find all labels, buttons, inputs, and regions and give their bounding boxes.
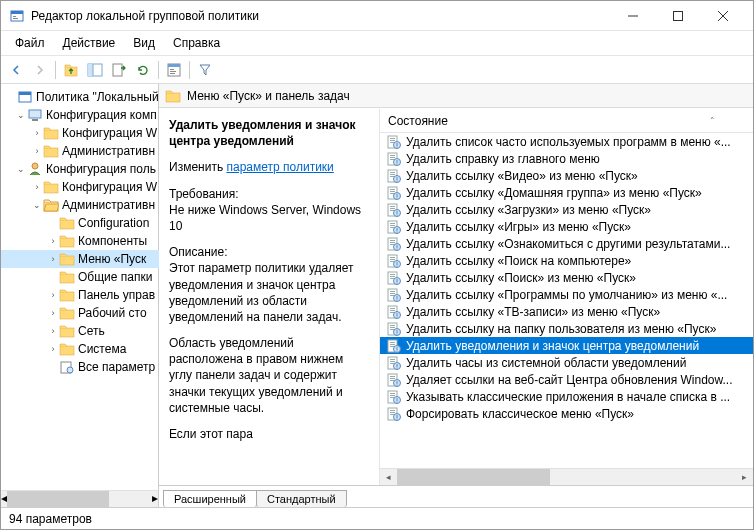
svg-rect-16 <box>170 71 176 72</box>
expand-icon[interactable]: › <box>31 128 43 138</box>
scrollbar-thumb[interactable] <box>397 469 550 486</box>
tree-user-config[interactable]: ⌄Конфигурация поль <box>1 160 159 178</box>
policy-list-item[interactable]: Удалить ссылку «Загрузки» из меню «Пуск» <box>380 201 753 218</box>
tree-configuration[interactable]: Configuration <box>1 214 159 232</box>
tab-extended[interactable]: Расширенный <box>163 490 257 507</box>
policy-list-item[interactable]: Удалить уведомления и значок центра увед… <box>380 337 753 354</box>
tree-uc-admin[interactable]: ⌄Административн <box>1 196 159 214</box>
tree-cc-software[interactable]: ›Конфигурация W <box>1 124 159 142</box>
up-button[interactable] <box>60 59 82 81</box>
policy-list-item[interactable]: Удалить справку из главного меню <box>380 150 753 167</box>
policy-list-item[interactable]: Удалить ссылку «Ознакомиться с другими р… <box>380 235 753 252</box>
refresh-button[interactable] <box>132 59 154 81</box>
expand-icon[interactable]: › <box>47 344 59 354</box>
description-panel: Удалить уведомления и значок центра увед… <box>159 109 379 485</box>
policy-item-label: Удалить уведомления и значок центра увед… <box>406 339 699 353</box>
svg-rect-10 <box>88 64 93 76</box>
app-icon <box>9 8 25 24</box>
policy-list-item[interactable]: Удалить ссылку «Игры» из меню «Пуск» <box>380 218 753 235</box>
expand-icon[interactable]: › <box>47 236 59 246</box>
policy-list-item[interactable]: Удалить ссылку «Поиск на компьютере» <box>380 252 753 269</box>
scroll-right-icon[interactable]: ▸ <box>152 491 158 507</box>
properties-button[interactable] <box>163 59 185 81</box>
policy-list-item[interactable]: Форсировать классическое меню «Пуск» <box>380 405 753 422</box>
policy-list[interactable]: Удалить список часто используемых програ… <box>380 133 753 468</box>
policy-list-item[interactable]: Удалить ссылку «Видео» из меню «Пуск» <box>380 167 753 184</box>
forward-button[interactable] <box>29 59 51 81</box>
expand-icon[interactable]: › <box>31 182 43 192</box>
tree-components[interactable]: ›Компоненты <box>1 232 159 250</box>
tree-cc-admin[interactable]: ›Административн <box>1 142 159 160</box>
menu-view[interactable]: Вид <box>125 33 163 53</box>
expand-icon[interactable]: › <box>47 290 59 300</box>
svg-rect-99 <box>397 279 398 282</box>
tab-standard[interactable]: Стандартный <box>256 490 347 507</box>
tree-network[interactable]: ›Сеть <box>1 322 159 340</box>
list-horizontal-scrollbar[interactable]: ◂ ▸ <box>380 468 753 485</box>
tree-desktop[interactable]: ›Рабочий сто <box>1 304 159 322</box>
policy-list-item[interactable]: Удалить ссылку «Домашняя группа» из меню… <box>380 184 753 201</box>
window-title: Редактор локальной групповой политики <box>31 9 610 23</box>
tree-control-panel[interactable]: ›Панель управ <box>1 286 159 304</box>
expand-icon[interactable]: › <box>47 326 59 336</box>
tree-horizontal-scrollbar[interactable]: ◂ ▸ <box>1 490 158 507</box>
policy-list-item[interactable]: Указывать классические приложения в нача… <box>380 388 753 405</box>
scroll-left-icon[interactable]: ◂ <box>380 469 397 486</box>
policy-item-label: Удалить ссылку «Поиск» из меню «Пуск» <box>406 271 636 285</box>
policy-list-item[interactable]: Удаляет ссылки на веб-сайт Центра обновл… <box>380 371 753 388</box>
collapse-icon[interactable]: ⌄ <box>31 200 43 210</box>
column-header-state[interactable]: Состояние ˄ <box>380 109 753 133</box>
svg-rect-53 <box>390 172 395 173</box>
svg-rect-100 <box>397 282 398 283</box>
policy-list-item[interactable]: Удалить часы из системной области уведом… <box>380 354 753 371</box>
svg-rect-110 <box>390 310 395 311</box>
policy-item-label: Удалить ссылку на папку пользователя из … <box>406 322 716 336</box>
export-button[interactable] <box>108 59 130 81</box>
svg-rect-89 <box>390 259 395 260</box>
collapse-icon[interactable]: ⌄ <box>15 110 27 120</box>
svg-rect-61 <box>390 191 395 192</box>
show-hide-tree-button[interactable] <box>84 59 106 81</box>
policy-list-item[interactable]: Удалить ссылку «Поиск» из меню «Пуск» <box>380 269 753 286</box>
tree-start-menu[interactable]: ›Меню «Пуск <box>1 250 159 268</box>
filter-button[interactable] <box>194 59 216 81</box>
svg-rect-5 <box>673 11 682 20</box>
expand-icon[interactable]: › <box>47 254 59 264</box>
policy-list-item[interactable]: Удалить ссылку «ТВ-записи» из меню «Пуск… <box>380 303 753 320</box>
folder-icon <box>43 125 59 141</box>
policy-list-item[interactable]: Удалить список часто используемых програ… <box>380 133 753 150</box>
svg-rect-25 <box>44 184 58 193</box>
content-title: Меню «Пуск» и панель задач <box>187 89 350 103</box>
navigation-tree[interactable]: Политика "Локальный ⌄Конфигурация комп ›… <box>1 84 159 490</box>
folder-icon <box>59 287 75 303</box>
tree-all-settings[interactable]: Все параметр <box>1 358 159 376</box>
tree-system[interactable]: ›Система <box>1 340 159 358</box>
menu-action[interactable]: Действие <box>55 33 124 53</box>
tree-computer-config[interactable]: ⌄Конфигурация комп <box>1 106 159 124</box>
svg-rect-3 <box>13 18 18 19</box>
policy-icon <box>386 321 402 337</box>
svg-rect-128 <box>397 350 398 351</box>
svg-rect-86 <box>397 248 398 249</box>
expand-icon[interactable]: › <box>31 146 43 156</box>
maximize-button[interactable] <box>655 1 700 31</box>
menu-help[interactable]: Справка <box>165 33 228 53</box>
close-button[interactable] <box>700 1 745 31</box>
policy-list-item[interactable]: Удалить ссылку «Программы по умолчанию» … <box>380 286 753 303</box>
scroll-right-icon[interactable]: ▸ <box>736 469 753 486</box>
collapse-icon[interactable]: ⌄ <box>15 164 27 174</box>
tree-root[interactable]: Политика "Локальный <box>1 88 159 106</box>
svg-rect-1 <box>11 11 23 14</box>
minimize-button[interactable] <box>610 1 655 31</box>
back-button[interactable] <box>5 59 27 81</box>
tree-uc-software[interactable]: ›Конфигурация W <box>1 178 159 196</box>
tree-shared-folders[interactable]: Общие папки <box>1 268 159 286</box>
expand-icon[interactable]: › <box>47 308 59 318</box>
svg-rect-109 <box>390 308 395 309</box>
policy-setting-link[interactable]: параметр политики <box>226 160 333 174</box>
policy-icon <box>386 236 402 252</box>
content-header: Меню «Пуск» и панель задач <box>159 84 753 108</box>
policy-icon <box>386 338 402 354</box>
menu-file[interactable]: Файл <box>7 33 53 53</box>
policy-list-item[interactable]: Удалить ссылку на папку пользователя из … <box>380 320 753 337</box>
